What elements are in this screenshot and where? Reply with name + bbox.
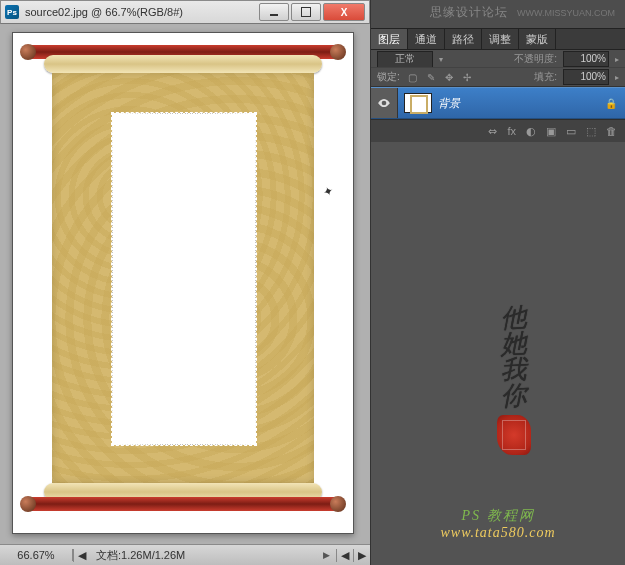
lock-pixels-icon[interactable]: ✎ xyxy=(424,72,438,83)
scroll-left-icon[interactable]: ◀ xyxy=(336,549,353,562)
adjustment-layer-icon[interactable]: ▣ xyxy=(546,125,556,138)
tab-paths[interactable]: 路径 xyxy=(445,29,482,49)
group-icon[interactable]: ▭ xyxy=(566,125,576,138)
scroll-paper xyxy=(52,73,314,483)
dropdown-icon[interactable]: ▾ xyxy=(439,55,443,64)
canvas-area[interactable] xyxy=(0,24,370,544)
opacity-menu-icon[interactable]: ▸ xyxy=(615,55,619,64)
layer-lock-row: 锁定: ▢ ✎ ✥ ✢ 填充: 100% ▸ xyxy=(371,67,625,86)
footer-watermark: PS 教程网 www.tata580.com xyxy=(371,507,625,541)
zoom-field[interactable]: 66.67% xyxy=(0,549,73,561)
scroll-right-icon[interactable]: ▶ xyxy=(353,549,370,562)
tab-layers[interactable]: 图层 xyxy=(371,29,408,49)
header-watermark: 思缘设计论坛 WWW.MISSYUAN.COM xyxy=(430,4,615,21)
eye-icon xyxy=(377,96,391,110)
layer-lock-icon: 🔒 xyxy=(605,98,617,109)
app-logo-icon: Ps xyxy=(5,5,19,19)
document-window: Ps source02.jpg @ 66.7%(RGB/8#) X xyxy=(0,0,371,565)
watermark-text: 思缘设计论坛 xyxy=(430,5,508,19)
layer-list[interactable]: 背景 🔒 他 她 我 你 PS 教程网 www.tata580.com ⇔ fx… xyxy=(371,87,625,565)
calligraphy-watermark: 他 她 我 你 xyxy=(497,305,531,455)
watermark-url: WWW.MISSYUAN.COM xyxy=(517,8,615,18)
footer-wm-line1: PS 教程网 xyxy=(371,507,625,525)
lock-label: 锁定: xyxy=(377,70,400,84)
minimize-button[interactable] xyxy=(259,3,289,21)
fill-menu-icon[interactable]: ▸ xyxy=(615,73,619,82)
layer-mask-icon[interactable]: ◐ xyxy=(526,125,536,138)
status-bar: 66.67% ◀ 文档:1.26M/1.26M ▶ ◀ ▶ xyxy=(0,544,370,565)
tab-channels[interactable]: 通道 xyxy=(408,29,445,49)
panel-tabs: 图层 通道 路径 调整 蒙版 xyxy=(371,28,625,50)
doc-prev-icon[interactable]: ◀ xyxy=(73,549,90,562)
scroll-image xyxy=(19,39,347,527)
titlebar[interactable]: Ps source02.jpg @ 66.7%(RGB/8#) X xyxy=(0,0,370,24)
opacity-label: 不透明度: xyxy=(514,52,557,66)
layer-thumbnail[interactable] xyxy=(404,93,432,113)
callig-char: 你 xyxy=(500,382,527,409)
panel-header: 思缘设计论坛 WWW.MISSYUAN.COM 图层 通道 路径 调整 蒙版 正… xyxy=(371,0,625,87)
footer-wm-line2: www.tata580.com xyxy=(371,525,625,541)
tab-adjustments[interactable]: 调整 xyxy=(482,29,519,49)
layer-name[interactable]: 背景 xyxy=(438,96,460,111)
lock-position-icon[interactable]: ✥ xyxy=(442,72,456,83)
new-layer-icon[interactable]: ⬚ xyxy=(586,125,596,138)
doc-info[interactable]: 文档:1.26M/1.26M ▶ xyxy=(90,548,336,563)
opacity-field[interactable]: 100% xyxy=(563,51,609,67)
layer-row-background[interactable]: 背景 🔒 xyxy=(371,87,625,119)
blend-mode-select[interactable]: 正常 xyxy=(377,51,433,68)
fill-field[interactable]: 100% xyxy=(563,69,609,85)
seal-stamp-icon xyxy=(497,415,531,455)
layer-options-row: 正常 ▾ 不透明度: 100% ▸ xyxy=(371,50,625,68)
layers-panel-footer: ⇔ fx ◐ ▣ ▭ ⬚ 🗑 xyxy=(371,119,625,142)
tab-masks[interactable]: 蒙版 xyxy=(519,29,556,49)
fill-label: 填充: xyxy=(534,70,557,84)
layer-fx-icon[interactable]: fx xyxy=(507,125,516,137)
trash-icon[interactable]: 🗑 xyxy=(606,125,617,137)
lock-all-icon[interactable]: ✢ xyxy=(460,72,474,83)
scroll-bottom-rod xyxy=(28,497,338,511)
visibility-toggle[interactable] xyxy=(371,88,398,118)
doc-info-menu-icon[interactable]: ▶ xyxy=(323,550,330,560)
panels-area: 思缘设计论坛 WWW.MISSYUAN.COM 图层 通道 路径 调整 蒙版 正… xyxy=(371,0,625,565)
lock-icons[interactable]: ▢ ✎ ✥ ✢ xyxy=(406,72,474,83)
maximize-button[interactable] xyxy=(291,3,321,21)
marquee-selection[interactable] xyxy=(112,113,256,445)
doc-info-text: 文档:1.26M/1.26M xyxy=(96,548,185,563)
scroll-top-roll xyxy=(44,55,322,73)
lock-transparent-icon[interactable]: ▢ xyxy=(406,72,420,83)
document-title: source02.jpg @ 66.7%(RGB/8#) xyxy=(25,6,257,18)
canvas[interactable] xyxy=(12,32,354,534)
link-layers-icon[interactable]: ⇔ xyxy=(488,125,497,138)
close-button[interactable]: X xyxy=(323,3,365,21)
